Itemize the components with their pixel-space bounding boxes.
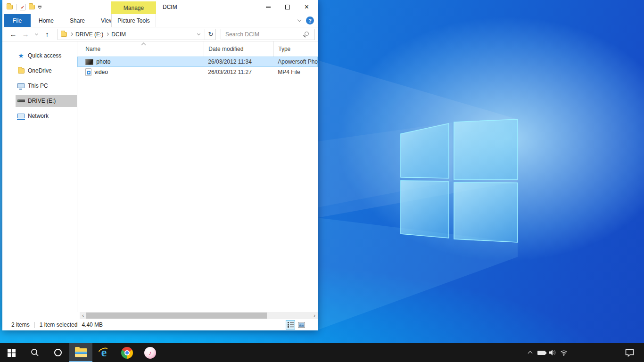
- quick-access-toolbar: ✓: [7, 0, 45, 14]
- system-tray: [524, 343, 570, 362]
- file-name: photo: [96, 58, 110, 65]
- file-date-modified: 26/03/2012 11:34: [204, 58, 273, 65]
- main-area: ★ Quick access OneDrive This PC DRIVE (E…: [2, 41, 318, 312]
- file-type: MP4 File: [273, 69, 318, 75]
- scrollbar-thumb[interactable]: [86, 313, 267, 319]
- chrome-icon: [121, 347, 133, 359]
- sidebar-item-label: OneDrive: [28, 67, 52, 74]
- ribbon-tabs: File Home Share View Picture Tools ?: [2, 14, 318, 27]
- tab-share[interactable]: Share: [62, 14, 93, 27]
- properties-button[interactable]: ✓: [20, 4, 25, 10]
- search-icon: [305, 32, 309, 36]
- column-header-name[interactable]: Name: [77, 41, 204, 57]
- battery-indicator[interactable]: [536, 343, 547, 362]
- file-row-video[interactable]: video 26/03/2012 11:27 MP4 File: [77, 67, 318, 77]
- divider: [205, 29, 205, 40]
- up-button[interactable]: ↑: [41, 30, 53, 38]
- scroll-right-arrow[interactable]: ›: [311, 312, 318, 319]
- sidebar-item-quick-access[interactable]: ★ Quick access: [2, 48, 77, 63]
- close-button[interactable]: ×: [297, 0, 316, 14]
- sidebar-item-label: DRIVE (E:): [28, 98, 56, 104]
- sidebar-item-drive-e[interactable]: DRIVE (E:): [2, 93, 77, 108]
- file-explorer-icon: [75, 348, 87, 357]
- itunes-button[interactable]: ♪: [139, 343, 162, 362]
- navigation-bar: ← → ↑ DRIVE (E:) DCIM ↻ Search DCIM: [2, 27, 318, 41]
- file-date-modified: 26/03/2012 11:27: [204, 69, 273, 75]
- file-type: Apowersoft Pho: [273, 58, 318, 65]
- new-folder-button[interactable]: [29, 5, 35, 9]
- close-icon: ×: [305, 3, 309, 11]
- thumbnails-view-icon: [298, 322, 305, 328]
- volume-indicator[interactable]: [547, 343, 558, 362]
- customize-quick-access-button[interactable]: [38, 6, 41, 8]
- thumbnails-view-button[interactable]: [297, 320, 306, 329]
- details-view-icon: [288, 322, 294, 328]
- address-bar-controls: ↻: [198, 29, 215, 40]
- tab-file[interactable]: File: [4, 14, 31, 27]
- divider: [34, 322, 35, 328]
- details-view-button[interactable]: [286, 320, 295, 329]
- sidebar-item-onedrive[interactable]: OneDrive: [2, 63, 77, 78]
- file-row-photo[interactable]: photo 26/03/2012 11:34 Apowersoft Pho: [77, 57, 318, 67]
- back-button[interactable]: ←: [7, 30, 19, 38]
- recent-locations-button[interactable]: [32, 34, 41, 35]
- help-button[interactable]: ?: [306, 16, 314, 25]
- photo-thumbnail-icon: [85, 59, 93, 65]
- column-headers: Name Date modified Type: [77, 41, 318, 57]
- wifi-icon: [560, 350, 568, 356]
- minimize-button[interactable]: [258, 0, 278, 14]
- speaker-icon: [549, 349, 556, 356]
- file-list-pane: Name Date modified Type photo 26/03/2012…: [77, 41, 318, 312]
- wifi-indicator[interactable]: [558, 343, 570, 362]
- search-placeholder: Search DCIM: [225, 31, 259, 38]
- search-input[interactable]: Search DCIM: [221, 29, 315, 40]
- taskbar-search-button[interactable]: [23, 343, 46, 362]
- title-bar: ✓ Manage DCIM ×: [2, 0, 318, 14]
- tab-picture-tools[interactable]: Picture Tools: [111, 14, 156, 27]
- window-controls: ×: [258, 0, 316, 14]
- maximize-button[interactable]: [278, 0, 297, 14]
- action-center-button[interactable]: [622, 343, 636, 362]
- start-button[interactable]: [0, 343, 23, 362]
- items-count: 2 items: [11, 321, 30, 328]
- location-folder-icon: [61, 32, 67, 37]
- search-icon: [31, 348, 39, 357]
- view-toggle-buttons: [286, 320, 306, 329]
- toolbar-separator: [45, 4, 45, 10]
- toolbar-separator: [16, 4, 17, 10]
- sidebar-item-label: Quick access: [28, 52, 61, 59]
- show-hidden-icons-button[interactable]: [524, 343, 536, 362]
- column-header-date-modified[interactable]: Date modified: [204, 41, 273, 57]
- sidebar-item-network[interactable]: Network: [2, 108, 77, 123]
- sidebar-item-this-pc[interactable]: This PC: [2, 78, 77, 93]
- horizontal-scrollbar[interactable]: ‹ ›: [80, 312, 318, 319]
- cortana-button[interactable]: [46, 343, 69, 362]
- forward-button[interactable]: →: [19, 30, 32, 38]
- taskbar: e ♪: [0, 343, 644, 362]
- address-bar[interactable]: DRIVE (E:) DCIM ↻: [58, 29, 216, 40]
- chevron-up-icon: [528, 351, 532, 356]
- address-dropdown-button[interactable]: [197, 32, 200, 35]
- video-file-icon: [85, 68, 91, 76]
- maximize-icon: [285, 5, 290, 9]
- column-header-type[interactable]: Type: [273, 41, 318, 57]
- navigation-pane: ★ Quick access OneDrive This PC DRIVE (E…: [2, 41, 77, 312]
- ribbon-right-controls: ?: [298, 14, 314, 27]
- sidebar-item-label: Network: [28, 113, 49, 119]
- windows-start-icon: [8, 349, 16, 357]
- network-icon: [17, 114, 25, 118]
- scroll-left-arrow[interactable]: ‹: [80, 312, 86, 319]
- breadcrumb-dcim[interactable]: DCIM: [108, 31, 129, 38]
- manage-contextual-tab[interactable]: Manage: [111, 1, 156, 14]
- refresh-button[interactable]: ↻: [206, 31, 215, 38]
- breadcrumb-drive[interactable]: DRIVE (E:): [73, 31, 106, 38]
- tab-home[interactable]: Home: [31, 14, 62, 27]
- file-explorer-window: ✓ Manage DCIM × File Home Share View: [2, 0, 318, 330]
- expand-ribbon-chevron-icon[interactable]: [297, 18, 301, 22]
- chrome-button[interactable]: [116, 343, 139, 362]
- app-folder-icon[interactable]: [7, 5, 13, 9]
- taskbar-file-explorer-button[interactable]: [69, 343, 92, 362]
- internet-explorer-button[interactable]: e: [92, 343, 116, 362]
- battery-icon: [537, 351, 545, 355]
- quick-access-star-icon: ★: [18, 52, 24, 59]
